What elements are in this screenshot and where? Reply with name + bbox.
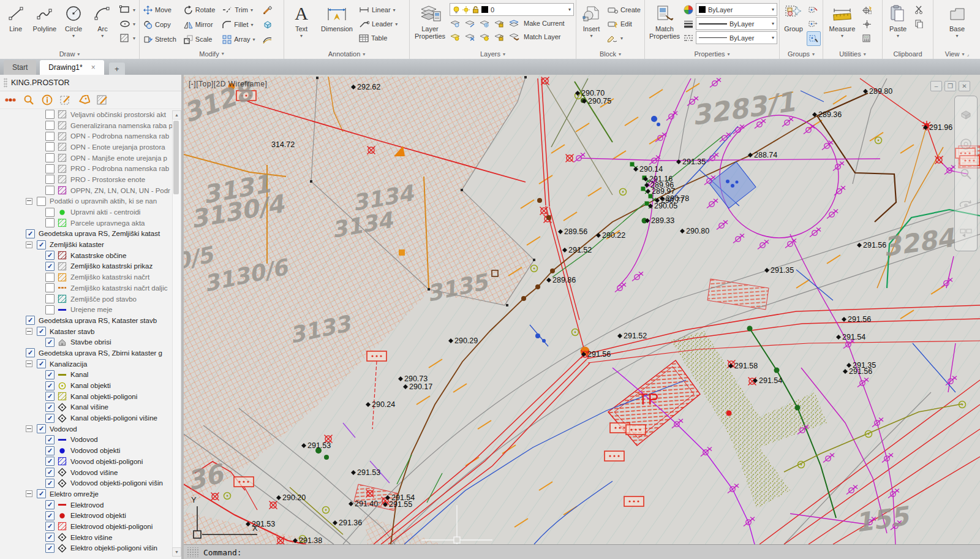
dimension-button[interactable]: Dimension <box>318 1 356 49</box>
base-button[interactable]: Base▾ <box>944 1 971 49</box>
offset-button[interactable] <box>261 32 274 46</box>
tree-item[interactable]: ✓Zemljiško katastrski prikaz <box>0 261 173 272</box>
layer-dropdown[interactable]: 0 ▾ <box>450 3 574 16</box>
legend-dots-icon[interactable] <box>4 93 17 107</box>
panel-clipboard-caption[interactable]: Clipboard <box>883 49 933 59</box>
visibility-checkbox[interactable] <box>45 218 55 227</box>
rotate-button[interactable]: Rotate <box>182 3 217 17</box>
visibility-checkbox[interactable]: ✓ <box>45 414 55 423</box>
visibility-checkbox[interactable]: ✓ <box>45 392 55 401</box>
tree-item[interactable]: OPN - Podrobna namenska rab <box>0 131 173 142</box>
block-attributes-button[interactable]: ▾ <box>606 31 643 45</box>
leader-button[interactable]: Leader▾ <box>357 17 399 31</box>
visibility-checkbox[interactable]: ✓ <box>26 316 35 325</box>
tree-item[interactable]: Zemljiško katastrski načrt <box>0 272 173 283</box>
visibility-checkbox[interactable]: ✓ <box>45 457 55 466</box>
tree-item[interactable]: Generalizirana namenska raba p <box>0 120 173 131</box>
visibility-checkbox[interactable] <box>45 121 55 130</box>
paste-button[interactable]: Paste▾ <box>884 1 911 49</box>
match-layer-button[interactable]: Match Layer <box>524 30 561 44</box>
panel-modify-caption[interactable]: Modify▾ <box>140 48 284 59</box>
tree-item[interactable]: ✓Voovod objekti-poligoni <box>0 456 173 467</box>
viewport-controls[interactable]: [-][Top][2D Wireframe] <box>189 80 267 88</box>
visibility-checkbox[interactable]: ✓ <box>37 240 46 249</box>
visibility-checkbox[interactable]: ✓ <box>37 489 46 498</box>
zoom-icon[interactable] <box>960 168 972 180</box>
new-tab-button[interactable]: + <box>109 63 125 75</box>
match-properties-button[interactable]: Match Properties <box>647 1 682 49</box>
visibility-checkbox[interactable] <box>45 164 55 173</box>
layer-properties-button[interactable]: Layer Properties <box>412 1 448 49</box>
visibility-checkbox[interactable]: ✓ <box>45 370 55 379</box>
visibility-checkbox[interactable] <box>45 132 55 141</box>
tree-item[interactable]: Parcele upravnega akta <box>0 218 173 229</box>
minimize-icon[interactable]: – <box>930 81 942 91</box>
fullnav-wheel-icon[interactable] <box>960 109 972 120</box>
group-edit-button[interactable]: + <box>807 17 821 31</box>
tree-item[interactable]: ✓Vodovod <box>0 435 173 446</box>
array-button[interactable]: Array▾ <box>221 32 257 46</box>
tree-item[interactable]: ✓Elektro omrežje <box>0 489 173 500</box>
make-current-button[interactable]: Make Current <box>524 17 565 30</box>
rectangle-button[interactable]: ▾ <box>118 3 137 17</box>
orbit-icon[interactable] <box>960 198 972 210</box>
tab-start[interactable]: Start <box>4 60 36 75</box>
move-button[interactable]: Move <box>141 3 178 17</box>
search-icon[interactable] <box>22 93 36 107</box>
tree-item[interactable]: ✓Kanal <box>0 370 173 381</box>
arc-button[interactable]: Arc ▾ <box>89 1 116 49</box>
stretch-button[interactable]: Stretch <box>141 32 178 46</box>
insert-button[interactable]: Insert▾ <box>578 1 605 49</box>
tag-icon[interactable] <box>77 93 91 107</box>
close-icon[interactable]: × <box>91 63 96 72</box>
visibility-checkbox[interactable] <box>45 186 55 195</box>
copy-button[interactable]: Copy <box>141 18 178 31</box>
collapse-icon[interactable] <box>26 241 32 248</box>
tree-item[interactable]: ✓Katastrske občine <box>0 250 173 261</box>
collapse-icon[interactable] <box>26 425 32 432</box>
group-button[interactable]: Group <box>782 1 805 49</box>
visibility-checkbox[interactable]: ✓ <box>37 327 46 336</box>
visibility-checkbox[interactable]: ✓ <box>45 446 55 455</box>
tree-item[interactable]: ✓Kanalizacija <box>0 359 173 370</box>
visibility-checkbox[interactable]: ✓ <box>45 338 55 347</box>
visibility-checkbox[interactable]: ✓ <box>45 381 55 390</box>
tree-item[interactable]: ✓Vodovod <box>0 424 173 435</box>
panel-annotation-caption[interactable]: Annotation▾ <box>284 49 409 59</box>
tree-item[interactable]: ✓Stavbe obrisi <box>0 337 173 348</box>
layer-lock-icon[interactable] <box>494 19 504 28</box>
visibility-checkbox[interactable] <box>45 142 55 151</box>
visibility-checkbox[interactable]: ✓ <box>26 348 35 357</box>
visibility-checkbox[interactable] <box>45 153 55 162</box>
pan-icon[interactable] <box>960 138 972 150</box>
tree-item[interactable]: ✓Elektrovod <box>0 500 173 511</box>
visibility-checkbox[interactable]: ✓ <box>45 262 55 271</box>
ellipse-button[interactable]: ▾ <box>118 17 137 31</box>
layer-off-icon[interactable] <box>450 19 460 28</box>
tree-item[interactable]: Zemljišče pod stavbo <box>0 294 173 305</box>
panel-properties-caption[interactable]: Properties▾ <box>645 49 779 59</box>
tree-item[interactable]: ✓Vodovod višine <box>0 467 173 478</box>
visibility-checkbox[interactable]: ✓ <box>26 229 35 238</box>
tree-item[interactable]: Podatki o upravnih aktih, ki se nan <box>0 196 173 207</box>
info-icon[interactable] <box>40 93 54 107</box>
id-point-button[interactable] <box>861 3 873 17</box>
tree-item[interactable]: OPN - Enote urejanja prostora <box>0 142 173 153</box>
showmotion-icon[interactable] <box>960 228 972 238</box>
tree-item[interactable]: ✓Kanal višine <box>0 402 173 413</box>
panel-draw-caption[interactable]: Draw▾ <box>0 49 139 59</box>
tree-item[interactable]: ✓Kanal objekti-poligoni <box>0 391 173 402</box>
panel-layers-caption[interactable]: Layers▾ <box>410 49 576 59</box>
mirror-button[interactable]: Mirror <box>182 18 217 31</box>
layer-unisolate-icon[interactable] <box>464 32 475 41</box>
layer-freeze-icon[interactable] <box>479 19 489 28</box>
tree-item[interactable]: Urejene meje <box>0 304 173 315</box>
visibility-checkbox[interactable]: ✓ <box>45 468 55 477</box>
scroll-down-icon[interactable]: ▼ <box>172 547 181 557</box>
panel-title-bar[interactable]: KING.PROSTOR <box>0 75 181 91</box>
linetype-dropdown[interactable]: ByLayer▾ <box>696 31 777 44</box>
tab-drawing1[interactable]: Drawing1* × <box>40 60 104 75</box>
tree-item[interactable]: Zemljiško katastrski načrt daljic <box>0 283 173 294</box>
tree-item[interactable]: ✓Elekt­ro višine <box>0 532 173 543</box>
fillet-button[interactable]: Fillet▾ <box>221 18 257 31</box>
